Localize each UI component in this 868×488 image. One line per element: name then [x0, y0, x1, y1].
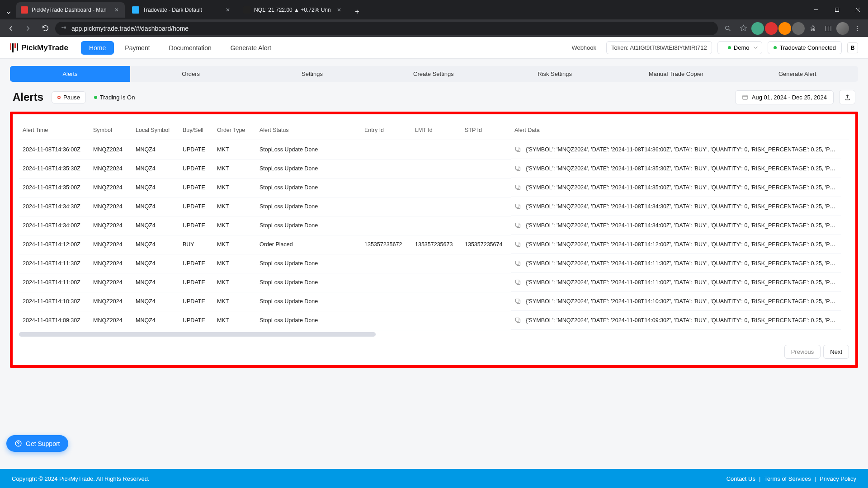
column-header[interactable]: Alert Data	[511, 122, 849, 140]
extensions-button[interactable]	[806, 21, 820, 36]
copy-icon[interactable]	[514, 317, 521, 324]
side-panel-button[interactable]	[821, 21, 835, 36]
copy-icon[interactable]	[514, 222, 521, 229]
cell-local-symbol: MNQZ4	[132, 311, 179, 330]
close-tab-button[interactable]: ✕	[224, 6, 231, 14]
logo[interactable]: PickMyTrade	[10, 43, 68, 52]
reload-button[interactable]	[38, 21, 52, 36]
subtab-manual-trade-copier[interactable]: Manual Trade Copier	[615, 66, 736, 82]
copy-icon[interactable]	[514, 146, 521, 153]
extension-icon[interactable]	[792, 22, 805, 35]
new-tab-button[interactable]: +	[351, 5, 363, 18]
token-display[interactable]: Token: At1tGt9tTt8tWtEt8tYtMtRt712	[606, 41, 712, 54]
cell-time: 2024-11-08T14:11:30Z	[19, 254, 90, 273]
bookmark-icon[interactable]	[736, 21, 750, 36]
footer-link[interactable]: Contact Us	[726, 475, 755, 482]
webhook-link[interactable]: Webhook	[567, 42, 601, 53]
cell-stp-id: 135357235674	[461, 235, 511, 254]
maximize-button[interactable]	[826, 3, 847, 17]
copy-icon[interactable]	[514, 203, 521, 210]
header-right: Webhook Token: At1tGt9tTt8tWtEt8tYtMtRt7…	[567, 41, 858, 54]
zoom-icon[interactable]	[721, 21, 735, 36]
get-support-button[interactable]: Get Support	[6, 435, 68, 452]
copy-icon[interactable]	[514, 241, 521, 248]
column-header[interactable]: Alert Time	[19, 122, 90, 140]
copy-icon[interactable]	[514, 165, 521, 172]
trading-status: Trading is On	[94, 94, 135, 101]
column-header[interactable]: LMT Id	[411, 122, 461, 140]
close-window-button[interactable]	[847, 3, 868, 17]
table-row[interactable]: 2024-11-08T14:10:30ZMNQZ2024MNQZ4UPDATEM…	[19, 292, 849, 311]
column-header[interactable]: Buy/Sell	[179, 122, 213, 140]
column-header[interactable]: Entry Id	[361, 122, 411, 140]
date-range-picker[interactable]: Aug 01, 2024 - Dec 25, 2024	[735, 90, 834, 104]
table-row[interactable]: 2024-11-08T14:34:30ZMNQZ2024MNQZ4UPDATEM…	[19, 197, 849, 216]
back-button[interactable]	[4, 21, 18, 36]
browser-tab[interactable]: PickMyTrade Dashboard - Man✕	[16, 2, 125, 18]
export-button[interactable]	[839, 90, 855, 104]
svg-point-5	[857, 28, 858, 28]
subtab-risk-settings[interactable]: Risk Settings	[494, 66, 615, 82]
copy-icon[interactable]	[514, 279, 521, 286]
menu-button[interactable]	[850, 21, 864, 36]
subtab-alerts[interactable]: Alerts	[10, 66, 130, 82]
subtab-orders[interactable]: Orders	[130, 66, 251, 82]
forward-button[interactable]	[21, 21, 35, 36]
subtab-create-settings[interactable]: Create Settings	[373, 66, 494, 82]
column-header[interactable]: Local Symbol	[132, 122, 179, 140]
copy-icon[interactable]	[514, 184, 521, 191]
nav-item-generate-alert[interactable]: Generate Alert	[222, 41, 279, 55]
minimize-button[interactable]	[806, 3, 826, 17]
table-body: 2024-11-08T14:36:00ZMNQZ2024MNQZ4UPDATEM…	[19, 140, 849, 330]
column-header[interactable]: STP Id	[461, 122, 511, 140]
user-avatar[interactable]: B	[847, 42, 858, 53]
column-header[interactable]: Order Type	[213, 122, 256, 140]
extension-icon[interactable]	[765, 22, 778, 35]
pause-button[interactable]: Pause	[52, 91, 86, 103]
profile-avatar[interactable]	[836, 22, 849, 35]
site-info-icon[interactable]	[61, 24, 67, 32]
column-header[interactable]: Alert Status	[256, 122, 361, 140]
copy-icon[interactable]	[514, 298, 521, 305]
table-row[interactable]: 2024-11-08T14:11:00ZMNQZ2024MNQZ4UPDATEM…	[19, 273, 849, 292]
table-row[interactable]: 2024-11-08T14:11:30ZMNQZ2024MNQZ4UPDATEM…	[19, 254, 849, 273]
previous-button[interactable]: Previous	[784, 345, 821, 359]
cell-symbol: MNQZ2024	[90, 159, 132, 178]
extension-icon[interactable]	[751, 22, 764, 35]
next-button[interactable]: Next	[823, 345, 849, 359]
table-row[interactable]: 2024-11-08T14:35:00ZMNQZ2024MNQZ4UPDATEM…	[19, 178, 849, 197]
sub-tabs: AlertsOrdersSettingsCreate SettingsRisk …	[10, 66, 858, 82]
table-row[interactable]: 2024-11-08T14:12:00ZMNQZ2024MNQZ4BUYMKTO…	[19, 235, 849, 254]
cell-status: StopLoss Update Done	[256, 140, 361, 160]
cell-local-symbol: MNQZ4	[132, 292, 179, 311]
column-header[interactable]: Symbol	[90, 122, 132, 140]
cell-buy-sell: UPDATE	[179, 292, 213, 311]
table-row[interactable]: 2024-11-08T14:35:30ZMNQZ2024MNQZ4UPDATEM…	[19, 159, 849, 178]
nav-item-documentation[interactable]: Documentation	[161, 41, 220, 55]
subtab-generate-alert[interactable]: Generate Alert	[737, 66, 858, 82]
browser-tab[interactable]: NQ1! 21,722.00 ▲ +0.72% Unn✕	[239, 2, 347, 18]
extension-icon[interactable]	[778, 22, 791, 35]
svg-rect-9	[516, 147, 519, 151]
svg-rect-23	[516, 280, 519, 284]
close-tab-button[interactable]: ✕	[335, 6, 343, 14]
footer-link[interactable]: Privacy Policy	[820, 475, 856, 482]
subtab-settings[interactable]: Settings	[251, 66, 373, 82]
table-row[interactable]: 2024-11-08T14:36:00ZMNQZ2024MNQZ4UPDATEM…	[19, 140, 849, 160]
table-row[interactable]: 2024-11-08T14:09:30ZMNQZ2024MNQZ4UPDATEM…	[19, 311, 849, 330]
cell-stp-id	[461, 273, 511, 292]
tab-search-icon[interactable]	[4, 8, 14, 18]
omnibox[interactable]: app.pickmytrade.trade/#/dashboard/home	[55, 22, 718, 35]
copy-icon[interactable]	[514, 260, 521, 267]
account-mode-select[interactable]: Demo	[717, 41, 763, 54]
footer-link[interactable]: Terms of Services	[764, 475, 811, 482]
nav-item-home[interactable]: Home	[81, 41, 114, 55]
tab-title: PickMyTrade Dashboard - Man	[32, 7, 111, 13]
close-tab-button[interactable]: ✕	[113, 6, 120, 14]
table-row[interactable]: 2024-11-08T14:34:00ZMNQZ2024MNQZ4UPDATEM…	[19, 216, 849, 235]
nav-item-payment[interactable]: Payment	[117, 41, 158, 55]
cell-buy-sell: UPDATE	[179, 178, 213, 197]
horizontal-scrollbar[interactable]	[19, 332, 376, 337]
svg-rect-13	[516, 185, 519, 189]
browser-tab[interactable]: Tradovate - Dark Default✕	[127, 2, 236, 18]
